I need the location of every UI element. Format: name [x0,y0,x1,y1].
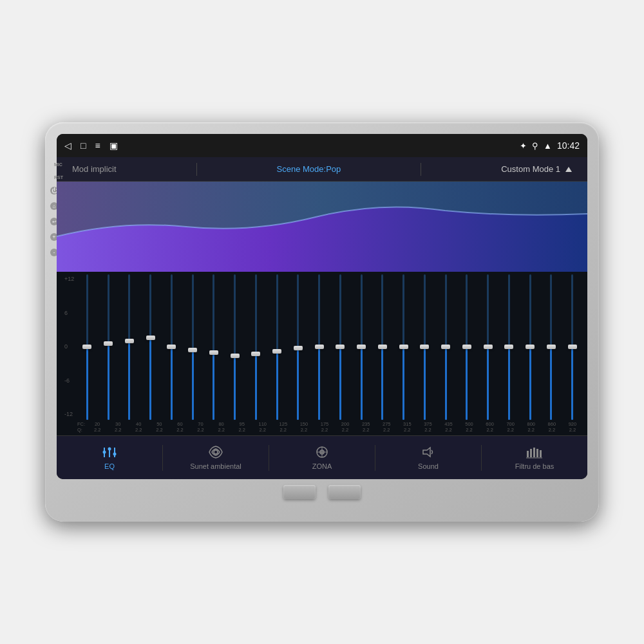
bottom-btn-left[interactable] [283,485,316,499]
slider-thumb-80[interactable] [209,350,218,355]
bass-icon [526,446,544,460]
freq-label-50: 502.2 [149,421,169,433]
slider-thumb-375[interactable] [420,345,429,349]
freq-label-920: 9202.2 [563,421,582,433]
tab-bar: EQ Sunet ambiental [57,435,587,479]
slider-thumb-315[interactable] [399,345,408,349]
slider-thumb-275[interactable] [378,345,387,349]
mode-implicit[interactable]: Mod implicit [72,164,117,174]
freq-label-150: 1502.2 [294,421,314,433]
slider-band-40[interactable] [120,274,140,420]
slider-band-60[interactable] [162,274,182,420]
tab-sound[interactable]: Sound [375,442,481,474]
freq-label-125: 1252.2 [274,421,293,433]
slider-band-70[interactable] [183,274,203,420]
slider-thumb-500[interactable] [462,345,471,349]
slider-band-435[interactable] [436,274,456,420]
slider-band-150[interactable] [289,274,308,420]
svg-point-9 [214,450,218,454]
wifi-icon: ▲ [544,141,552,151]
mode-bar: Mod implicit Scene Mode:Pop Custom Mode … [57,157,587,182]
home-nav-icon[interactable]: □ [80,140,86,151]
slider-band-920[interactable] [562,274,582,420]
eq-visualization [57,182,587,272]
slider-thumb-800[interactable] [526,345,535,349]
slider-band-110[interactable] [246,274,266,420]
freq-label-175: 1752.2 [315,421,334,433]
tab-eq-label: EQ [104,462,115,470]
slider-band-315[interactable] [393,274,413,420]
freq-label-860: 8602.2 [542,421,562,433]
slider-thumb-95[interactable] [231,354,240,358]
slider-thumb-110[interactable] [251,352,260,356]
slider-thumb-60[interactable] [167,345,176,349]
zona-icon [314,446,330,460]
freq-label-235: 2352.2 [356,421,375,433]
slider-band-500[interactable] [457,274,477,420]
tab-zona-label: ZONA [312,462,332,470]
slider-thumb-175[interactable] [315,345,324,349]
slider-band-80[interactable] [204,274,224,420]
freq-label-315: 3152.2 [397,421,417,433]
slider-band-125[interactable] [267,274,287,420]
freq-labels-row: FC:Q: 202.2302.2402.2502.2602.2702.2802.… [57,420,587,435]
tab-eq[interactable]: EQ [57,442,162,474]
recent-nav-icon[interactable]: ▣ [109,140,118,151]
slider-thumb-40[interactable] [125,339,134,343]
slider-thumb-200[interactable] [336,345,345,349]
slider-band-860[interactable] [542,274,562,420]
svg-point-14 [321,451,323,453]
slider-thumb-235[interactable] [357,345,366,349]
slider-band-20[interactable] [77,274,97,420]
slider-band-30[interactable] [99,274,118,420]
slider-thumb-435[interactable] [441,345,450,349]
slider-thumb-125[interactable] [272,349,281,354]
slider-band-600[interactable] [478,274,498,420]
screen: ◁ □ ≡ ▣ ✦ ⚲ ▲ 10:42 Mod implicit Scene M… [57,134,587,479]
slider-band-800[interactable] [520,274,540,420]
freq-label-70: 702.2 [191,421,210,433]
freq-label-700: 7002.2 [501,421,520,433]
slider-thumb-70[interactable] [188,348,197,352]
mode-divider-2 [421,163,421,176]
freq-label-375: 3752.2 [418,421,437,433]
svg-marker-15 [423,448,430,457]
mode-scene[interactable]: Scene Mode:Pop [277,164,341,174]
slider-thumb-150[interactable] [294,346,303,350]
slider-band-235[interactable] [352,274,372,420]
slider-thumb-30[interactable] [104,341,113,346]
svg-rect-16 [527,451,529,457]
slider-band-50[interactable] [140,274,160,420]
freq-label-275: 2752.2 [377,421,396,433]
slider-band-95[interactable] [225,274,245,420]
slider-band-375[interactable] [415,274,435,420]
svg-rect-19 [536,449,538,457]
slider-thumb-50[interactable] [146,336,155,340]
eq-icon [102,446,117,460]
freq-label-40: 402.2 [129,421,148,433]
tab-bass-label: Filtru de bas [515,462,554,470]
menu-nav-icon[interactable]: ≡ [95,140,100,151]
slider-thumb-860[interactable] [547,345,556,349]
slider-thumb-700[interactable] [504,345,513,349]
slider-band-200[interactable] [330,274,350,420]
location-icon: ⚲ [532,141,538,151]
tab-bass[interactable]: Filtru de bas [482,442,587,474]
tab-sound-label: Sound [418,462,439,470]
sound-icon [421,446,436,460]
tab-ambient-label: Sunet ambiental [190,462,242,470]
svg-rect-20 [540,450,542,457]
slider-band-700[interactable] [499,274,519,420]
slider-band-275[interactable] [373,274,393,420]
tab-ambient[interactable]: Sunet ambiental [163,442,269,474]
back-nav-icon[interactable]: ◁ [64,140,71,151]
slider-band-175[interactable] [309,274,329,420]
bottom-btn-right[interactable] [328,485,361,499]
slider-thumb-600[interactable] [484,345,493,349]
tab-zona[interactable]: ZONA [269,442,375,474]
svg-rect-17 [530,449,532,457]
slider-thumb-20[interactable] [82,345,91,349]
mode-custom[interactable]: Custom Mode 1 [501,164,572,174]
slider-thumb-920[interactable] [568,345,577,349]
eq-scale: +12 6 0 -6 -12 [64,276,74,417]
